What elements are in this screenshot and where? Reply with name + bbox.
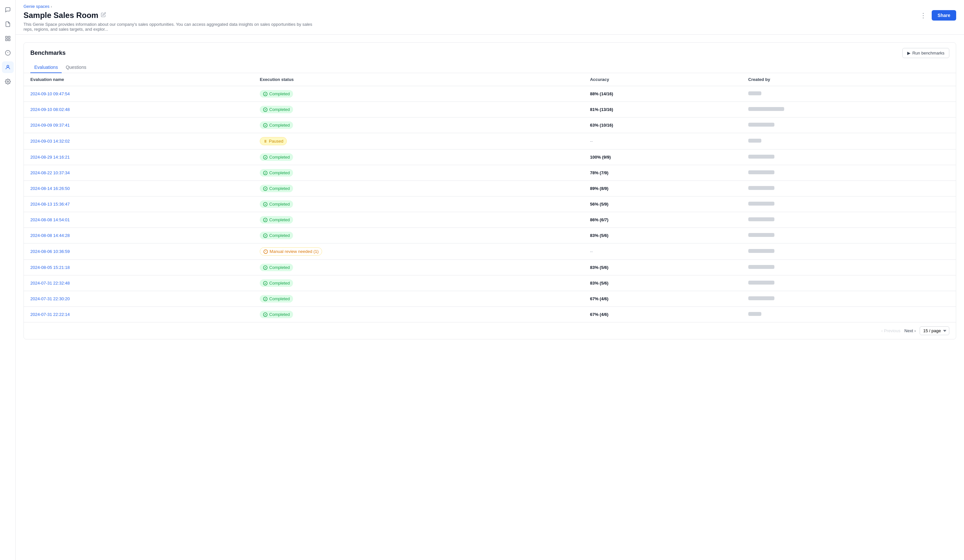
- created-by-bar: [748, 123, 774, 127]
- table-row: 2024-08-29 14:16:21 Completed100% (9/9): [24, 150, 956, 165]
- eval-accuracy-cell: 89% (8/9): [583, 181, 742, 197]
- previous-button[interactable]: ‹ Previous: [881, 328, 901, 333]
- eval-link[interactable]: 2024-07-31 22:30:20: [30, 296, 70, 301]
- eval-link[interactable]: 2024-08-13 15:36:47: [30, 202, 70, 207]
- eval-link[interactable]: 2024-07-31 22:32:48: [30, 281, 70, 286]
- eval-created-cell: [742, 150, 956, 165]
- page-size-select[interactable]: 15 / page 10 / page 25 / page 50 / page: [920, 326, 949, 335]
- share-button[interactable]: Share: [932, 10, 956, 21]
- col-header-name: Evaluation name: [24, 73, 253, 86]
- eval-link[interactable]: 2024-09-03 14:32:02: [30, 139, 70, 143]
- eval-created-cell: [742, 212, 956, 228]
- content-area: Benchmarks ▶ Run benchmarks Evaluations …: [16, 34, 964, 560]
- status-badge: Completed: [260, 264, 293, 271]
- status-badge: Manual review needed (1): [260, 247, 322, 256]
- status-badge: Completed: [260, 295, 293, 303]
- eval-created-cell: [742, 86, 956, 102]
- more-button[interactable]: ⋮: [917, 10, 929, 21]
- status-badge: Completed: [260, 121, 293, 129]
- eval-accuracy-cell: 56% (5/9): [583, 197, 742, 212]
- created-by-bar: [748, 233, 774, 237]
- table-row: 2024-08-06 10:36:59 Manual review needed…: [24, 243, 956, 260]
- eval-name-cell: 2024-07-31 22:22:14: [24, 307, 253, 322]
- next-button[interactable]: Next ›: [904, 328, 916, 333]
- table-header: Evaluation name Execution status Accurac…: [24, 73, 956, 86]
- breadcrumb[interactable]: Genie spaces ›: [23, 4, 956, 9]
- edit-icon[interactable]: [101, 12, 106, 19]
- svg-rect-0: [6, 36, 7, 38]
- created-by-bar: [748, 217, 774, 221]
- eval-name-cell: 2024-08-05 15:21:18: [24, 260, 253, 275]
- sidebar-icon-alert[interactable]: [2, 47, 14, 59]
- eval-created-cell: [742, 243, 956, 260]
- status-badge: ⏸ Paused: [260, 137, 287, 145]
- tab-questions[interactable]: Questions: [62, 62, 90, 73]
- eval-status-cell: Manual review needed (1): [253, 243, 583, 260]
- sidebar-icon-chat[interactable]: [2, 4, 14, 16]
- top-header: Genie spaces › Sample Sales Room ⋮ Share…: [16, 0, 964, 34]
- table-row: 2024-09-10 09:47:54 Completed88% (14/16): [24, 86, 956, 102]
- next-label: Next: [904, 328, 913, 333]
- created-by-bar: [748, 296, 774, 300]
- eval-link[interactable]: 2024-08-22 10:37:34: [30, 170, 70, 175]
- eval-name-cell: 2024-08-06 10:36:59: [24, 243, 253, 260]
- eval-accuracy-cell: 67% (4/6): [583, 307, 742, 322]
- eval-link[interactable]: 2024-08-05 15:21:18: [30, 265, 70, 270]
- eval-status-cell: Completed: [253, 228, 583, 243]
- page-title: Sample Sales Room: [23, 11, 98, 20]
- eval-created-cell: [742, 117, 956, 133]
- main-content: Genie spaces › Sample Sales Room ⋮ Share…: [16, 0, 964, 560]
- eval-created-cell: [742, 197, 956, 212]
- table-row: 2024-09-09 09:37:41 Completed63% (10/16): [24, 117, 956, 133]
- page-description: This Genie Space provides information ab…: [23, 22, 317, 32]
- sidebar-icon-document[interactable]: [2, 18, 14, 30]
- prev-label: Previous: [884, 328, 901, 333]
- eval-created-cell: [742, 307, 956, 322]
- eval-link[interactable]: 2024-08-06 10:36:59: [30, 249, 70, 254]
- eval-link[interactable]: 2024-09-09 09:37:41: [30, 123, 70, 128]
- eval-link[interactable]: 2024-08-14 16:26:50: [30, 186, 70, 191]
- eval-created-cell: [742, 291, 956, 307]
- svg-rect-2: [6, 39, 7, 41]
- eval-status-cell: Completed: [253, 291, 583, 307]
- sidebar-icon-badge[interactable]: [2, 61, 14, 73]
- eval-accuracy-cell: 83% (5/6): [583, 260, 742, 275]
- eval-name-cell: 2024-09-09 09:37:41: [24, 117, 253, 133]
- breadcrumb-label: Genie spaces: [23, 4, 50, 9]
- eval-link[interactable]: 2024-09-10 09:47:54: [30, 91, 70, 96]
- eval-accuracy-cell: --: [583, 133, 742, 150]
- eval-created-cell: [742, 228, 956, 243]
- table-row: 2024-08-08 14:44:28 Completed83% (5/6): [24, 228, 956, 243]
- eval-link[interactable]: 2024-08-08 14:44:28: [30, 233, 70, 238]
- evaluations-table: Evaluation name Execution status Accurac…: [24, 73, 956, 322]
- eval-status-cell: Completed: [253, 197, 583, 212]
- eval-link[interactable]: 2024-09-10 08:02:48: [30, 107, 70, 112]
- sidebar-icon-settings[interactable]: [2, 76, 14, 88]
- status-badge: Completed: [260, 279, 293, 287]
- eval-accuracy-cell: 81% (13/16): [583, 102, 742, 117]
- eval-accuracy-cell: 86% (6/7): [583, 212, 742, 228]
- status-badge: Completed: [260, 90, 293, 98]
- eval-link[interactable]: 2024-08-08 14:54:01: [30, 217, 70, 222]
- status-badge: Completed: [260, 106, 293, 113]
- table-row: 2024-07-31 22:32:48 Completed83% (5/6): [24, 275, 956, 291]
- eval-created-cell: [742, 275, 956, 291]
- eval-created-cell: [742, 102, 956, 117]
- eval-status-cell: Completed: [253, 86, 583, 102]
- eval-name-cell: 2024-08-13 15:36:47: [24, 197, 253, 212]
- tab-evaluations[interactable]: Evaluations: [30, 62, 62, 73]
- eval-accuracy-cell: 63% (10/16): [583, 117, 742, 133]
- eval-name-cell: 2024-08-14 16:26:50: [24, 181, 253, 197]
- col-header-status: Execution status: [253, 73, 583, 86]
- run-benchmarks-button[interactable]: ▶ Run benchmarks: [902, 48, 949, 58]
- col-header-accuracy: Accuracy: [583, 73, 742, 86]
- eval-created-cell: [742, 181, 956, 197]
- eval-status-cell: Completed: [253, 150, 583, 165]
- eval-status-cell: Completed: [253, 212, 583, 228]
- svg-point-7: [7, 65, 9, 67]
- eval-accuracy-cell: 88% (14/16): [583, 86, 742, 102]
- sidebar-icon-grid[interactable]: [2, 33, 14, 44]
- eval-link[interactable]: 2024-08-29 14:16:21: [30, 155, 70, 160]
- created-by-bar: [748, 107, 784, 111]
- eval-link[interactable]: 2024-07-31 22:22:14: [30, 312, 70, 317]
